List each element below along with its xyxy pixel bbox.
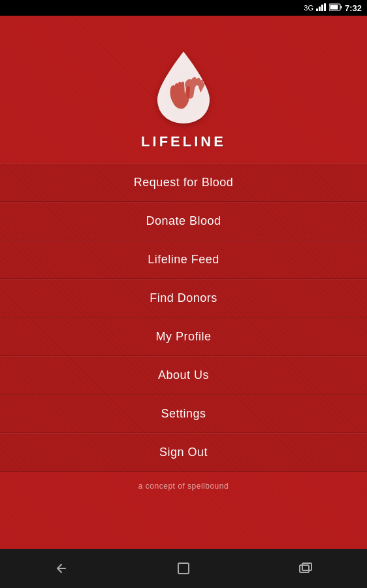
- battery-icon: [329, 2, 342, 14]
- status-icons: 3G 7:32: [304, 2, 362, 14]
- menu-list: Request for BloodDonate BloodLifeline Fe…: [0, 163, 367, 472]
- menu-item-lifeline-feed[interactable]: Lifeline Feed: [0, 240, 367, 279]
- app-title: LIFELINE: [141, 133, 226, 150]
- svg-rect-2: [321, 5, 323, 11]
- svg-rect-9: [302, 563, 311, 570]
- recent-apps-button[interactable]: [286, 555, 325, 581]
- menu-item-settings[interactable]: Settings: [0, 395, 367, 433]
- app-logo: [151, 48, 216, 127]
- main-content: LIFELINE Request for BloodDonate BloodLi…: [0, 16, 367, 549]
- menu-item-find-donors[interactable]: Find Donors: [0, 279, 367, 318]
- time-display: 7:32: [345, 3, 362, 13]
- menu-section: Request for BloodDonate BloodLifeline Fe…: [0, 163, 367, 549]
- svg-rect-3: [324, 3, 326, 11]
- menu-item-my-profile[interactable]: My Profile: [0, 318, 367, 356]
- menu-item-request-blood[interactable]: Request for Blood: [0, 163, 367, 202]
- footer-text: a concept of spellbound: [0, 472, 367, 500]
- menu-item-sign-out[interactable]: Sign Out: [0, 433, 367, 472]
- svg-rect-5: [330, 5, 338, 10]
- network-indicator: 3G: [304, 4, 313, 12]
- back-button[interactable]: [42, 555, 81, 581]
- svg-rect-0: [316, 8, 318, 11]
- signal-icon: [316, 2, 327, 14]
- menu-item-donate-blood[interactable]: Donate Blood: [0, 202, 367, 240]
- logo-section: LIFELINE: [141, 16, 226, 163]
- svg-rect-8: [300, 565, 309, 572]
- svg-rect-1: [319, 7, 321, 11]
- svg-rect-7: [178, 563, 189, 574]
- svg-rect-6: [340, 6, 342, 8]
- status-bar: 3G 7:32: [0, 0, 367, 16]
- menu-item-about-us[interactable]: About Us: [0, 356, 367, 395]
- nav-bar: [0, 549, 367, 588]
- home-button[interactable]: [164, 555, 203, 581]
